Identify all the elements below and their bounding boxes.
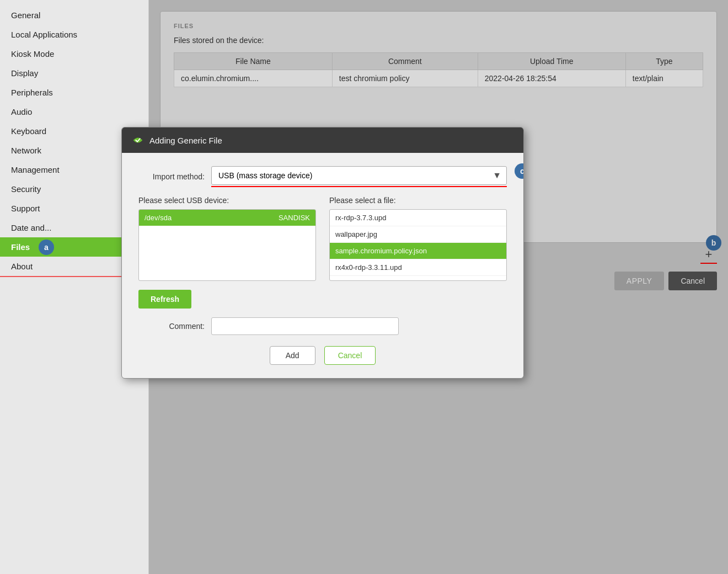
comment-input[interactable]	[211, 317, 399, 335]
refresh-button[interactable]: Refresh	[138, 290, 191, 309]
file-item-3[interactable]: rx4x0-rdp-3.3.11.upd	[330, 259, 506, 276]
usb-device-section: Please select USB device: /dev/sda SANDI…	[138, 196, 316, 281]
modal-body: Import method: USB (mass storage device)…	[122, 153, 523, 378]
add-button[interactable]: Add	[270, 346, 315, 365]
device-name: SANDISK	[279, 214, 310, 222]
import-method-select[interactable]: USB (mass storage device) Network Local	[211, 166, 507, 185]
dialog-buttons: Add Cancel	[138, 346, 507, 367]
modal-dialog: Adding Generic File Import method: USB (…	[121, 127, 524, 379]
comment-row: Comment:	[138, 317, 507, 335]
badge-a: a	[39, 240, 54, 255]
file-list[interactable]: rx-rdp-3.7.3.upd wallpaper.jpg sample.ch…	[329, 209, 507, 281]
import-method-label: Import method:	[138, 172, 205, 181]
file-item-1[interactable]: wallpaper.jpg	[330, 226, 506, 243]
file-selector-label: Please select a file:	[329, 196, 507, 205]
usb-device-list[interactable]: /dev/sda SANDISK	[138, 209, 316, 281]
file-item-0[interactable]: rx-rdp-3.7.3.upd	[330, 210, 506, 226]
comment-label: Comment:	[138, 322, 205, 331]
import-select-wrapper: USB (mass storage device) Network Local …	[211, 166, 507, 185]
modal-title: Adding Generic File	[149, 136, 222, 145]
usb-device-label: Please select USB device:	[138, 196, 316, 205]
sidebar-item-general[interactable]: General	[0, 6, 148, 25]
device-path: /dev/sda	[144, 214, 172, 222]
sidebar-item-local-applications[interactable]: Local Applications	[0, 25, 148, 44]
badge-c: c	[515, 163, 524, 179]
select-underline	[211, 186, 507, 187]
sidebar-item-display[interactable]: Display	[0, 63, 148, 83]
sidebar-item-peripherals[interactable]: Peripherals	[0, 83, 148, 102]
modal-logo-icon	[132, 134, 144, 146]
two-col-section: Please select USB device: /dev/sda SANDI…	[138, 196, 507, 281]
modal-header: Adding Generic File	[122, 127, 523, 153]
app-container: General Local Applications Kiosk Mode Di…	[0, 0, 728, 574]
usb-device-item[interactable]: /dev/sda SANDISK	[139, 210, 315, 226]
dialog-cancel-button[interactable]: Cancel	[324, 346, 376, 365]
sidebar-item-audio[interactable]: Audio	[0, 102, 148, 121]
main-content: FILES Files stored on the device: File N…	[149, 0, 728, 574]
sidebar-item-kiosk-mode[interactable]: Kiosk Mode	[0, 44, 148, 63]
file-item-2[interactable]: sample.chromium.policy.json	[330, 243, 506, 259]
import-select-container: USB (mass storage device) Network Local …	[211, 166, 507, 187]
modal-overlay: Adding Generic File Import method: USB (…	[149, 0, 728, 574]
file-selector-section: Please select a file: rx-rdp-3.7.3.upd w…	[329, 196, 507, 281]
import-method-row: Import method: USB (mass storage device)…	[138, 166, 507, 187]
